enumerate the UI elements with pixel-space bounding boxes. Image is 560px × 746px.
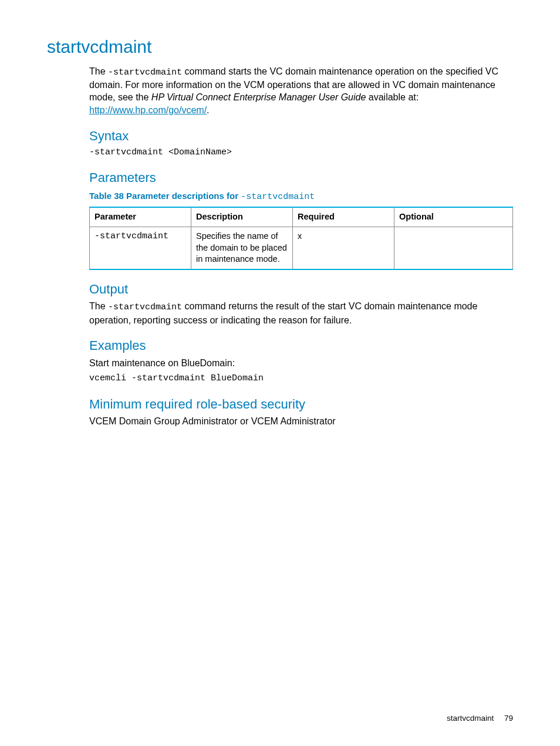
td-opt — [394, 227, 513, 269]
syntax-line: -startvcdmaint <DomainName> — [89, 147, 513, 158]
intro-cmd: -startvcdmaint — [108, 67, 182, 77]
td-req: x — [293, 227, 394, 269]
th-description: Description — [191, 207, 293, 227]
table-row: -startvcdmaint Specifies the name of the… — [90, 227, 513, 269]
page-footer: startvcdmaint 79 — [447, 713, 513, 724]
footer-label: startvcdmaint — [447, 714, 494, 723]
th-optional: Optional — [394, 207, 513, 227]
caption-cmd: -startvcdmaint — [241, 192, 315, 202]
examples-line: vcemcli -startvcdmaint BlueDomain — [89, 373, 513, 384]
page-title: startvcdmaint — [47, 35, 513, 59]
syntax-heading: Syntax — [89, 127, 513, 145]
th-required: Required — [293, 207, 394, 227]
output-paragraph: The -startvcdmaint command returns the r… — [89, 300, 513, 326]
intro-t3: available at: — [366, 92, 419, 102]
vcem-link[interactable]: http://www.hp.com/go/vcem/ — [89, 105, 207, 115]
intro-paragraph: The -startvcdmaint command starts the VC… — [89, 65, 513, 117]
examples-heading: Examples — [89, 337, 513, 355]
footer-page-number: 79 — [504, 714, 513, 723]
intro-t4: . — [207, 105, 209, 115]
td-param: -startvcdmaint — [90, 227, 191, 269]
output-heading: Output — [89, 281, 513, 298]
content-body: The -startvcdmaint command starts the VC… — [89, 65, 513, 428]
guide-name: HP Virtual Connect Enterprise Manager Us… — [151, 92, 366, 102]
security-heading: Minimum required role-based security — [89, 396, 513, 413]
examples-intro: Start maintenance on BlueDomain: — [89, 357, 513, 370]
table-caption: Table 38 Parameter descriptions for -sta… — [89, 190, 513, 203]
security-text: VCEM Domain Group Administrator or VCEM … — [89, 415, 513, 428]
output-cmd: -startvcdmaint — [108, 302, 182, 312]
table-header-row: Parameter Description Required Optional — [90, 207, 513, 227]
th-parameter: Parameter — [90, 207, 191, 227]
parameters-heading: Parameters — [89, 169, 513, 187]
td-desc: Specifies the name of the domain to be p… — [191, 227, 293, 269]
output-t1: The — [89, 301, 108, 311]
intro-t1: The — [89, 66, 108, 76]
caption-prefix: Table 38 Parameter descriptions for — [89, 191, 241, 201]
parameter-table: Parameter Description Required Optional … — [89, 207, 513, 269]
